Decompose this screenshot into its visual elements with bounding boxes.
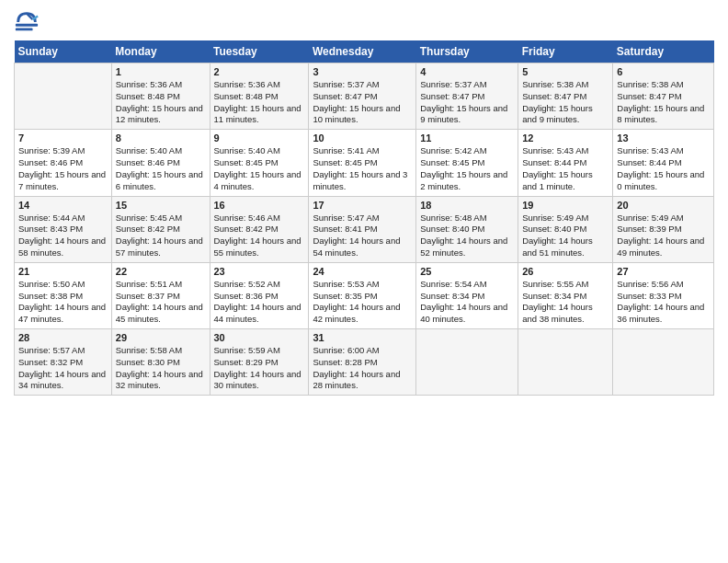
calendar-cell	[518, 329, 613, 396]
calendar-cell: 19Sunrise: 5:49 AMSunset: 8:40 PMDayligh…	[518, 196, 613, 262]
day-number: 7	[18, 132, 108, 144]
cell-content: Sunrise: 5:43 AMSunset: 8:44 PMDaylight:…	[522, 145, 609, 192]
calendar-table: SundayMondayTuesdayWednesdayThursdayFrid…	[14, 40, 714, 396]
day-number: 19	[522, 200, 609, 211]
calendar-cell: 26Sunrise: 5:55 AMSunset: 8:34 PMDayligh…	[518, 262, 613, 328]
calendar-cell: 15Sunrise: 5:45 AMSunset: 8:42 PMDayligh…	[111, 196, 210, 262]
calendar-cell: 14Sunrise: 5:44 AMSunset: 8:43 PMDayligh…	[15, 196, 112, 262]
week-row-3: 14Sunrise: 5:44 AMSunset: 8:43 PMDayligh…	[15, 196, 714, 262]
cell-content: Sunrise: 5:36 AMSunset: 8:48 PMDaylight:…	[214, 79, 305, 126]
logo	[14, 9, 43, 35]
calendar-cell: 17Sunrise: 5:47 AMSunset: 8:41 PMDayligh…	[309, 196, 416, 262]
cell-content: Sunrise: 5:53 AMSunset: 8:35 PMDaylight:…	[313, 279, 412, 326]
calendar-cell	[416, 329, 518, 396]
day-number: 23	[214, 266, 305, 277]
calendar-cell: 12Sunrise: 5:43 AMSunset: 8:44 PMDayligh…	[518, 130, 613, 196]
calendar-cell: 22Sunrise: 5:51 AMSunset: 8:37 PMDayligh…	[111, 262, 210, 328]
calendar-cell: 28Sunrise: 5:57 AMSunset: 8:32 PMDayligh…	[15, 329, 112, 396]
cell-content: Sunrise: 5:43 AMSunset: 8:44 PMDaylight:…	[617, 145, 710, 192]
cell-content: Sunrise: 5:58 AMSunset: 8:30 PMDaylight:…	[116, 345, 206, 392]
cell-content: Sunrise: 5:51 AMSunset: 8:37 PMDaylight:…	[116, 279, 206, 326]
calendar-cell: 10Sunrise: 5:41 AMSunset: 8:45 PMDayligh…	[309, 130, 416, 196]
day-number: 16	[214, 200, 305, 211]
header-row: SundayMondayTuesdayWednesdayThursdayFrid…	[15, 40, 714, 63]
day-number: 21	[18, 266, 108, 277]
day-number: 29	[116, 332, 206, 343]
day-number: 14	[18, 200, 108, 211]
day-header-friday: Friday	[518, 40, 613, 63]
calendar-cell: 23Sunrise: 5:52 AMSunset: 8:36 PMDayligh…	[210, 262, 309, 328]
calendar-cell: 7Sunrise: 5:39 AMSunset: 8:46 PMDaylight…	[15, 130, 112, 196]
cell-content: Sunrise: 5:49 AMSunset: 8:39 PMDaylight:…	[617, 213, 710, 259]
calendar-cell	[613, 329, 714, 396]
day-number: 30	[214, 332, 305, 343]
cell-content: Sunrise: 5:59 AMSunset: 8:29 PMDaylight:…	[214, 345, 305, 392]
calendar-cell: 21Sunrise: 5:50 AMSunset: 8:38 PMDayligh…	[15, 262, 112, 328]
week-row-2: 7Sunrise: 5:39 AMSunset: 8:46 PMDaylight…	[15, 130, 714, 196]
cell-content: Sunrise: 5:38 AMSunset: 8:47 PMDaylight:…	[522, 79, 609, 126]
calendar-cell: 29Sunrise: 5:58 AMSunset: 8:30 PMDayligh…	[111, 329, 210, 396]
day-number: 26	[522, 266, 609, 277]
calendar-cell: 20Sunrise: 5:49 AMSunset: 8:39 PMDayligh…	[613, 196, 714, 262]
day-number: 15	[116, 200, 206, 211]
cell-content: Sunrise: 5:42 AMSunset: 8:45 PMDaylight:…	[420, 145, 514, 192]
calendar-cell: 24Sunrise: 5:53 AMSunset: 8:35 PMDayligh…	[309, 262, 416, 328]
day-number: 27	[617, 266, 710, 277]
cell-content: Sunrise: 5:54 AMSunset: 8:34 PMDaylight:…	[420, 279, 514, 326]
calendar-cell: 8Sunrise: 5:40 AMSunset: 8:46 PMDaylight…	[111, 130, 210, 196]
cell-content: Sunrise: 5:37 AMSunset: 8:47 PMDaylight:…	[313, 79, 412, 126]
day-number: 8	[116, 132, 206, 144]
calendar-cell: 25Sunrise: 5:54 AMSunset: 8:34 PMDayligh…	[416, 262, 518, 328]
cell-content: Sunrise: 5:56 AMSunset: 8:33 PMDaylight:…	[617, 279, 710, 326]
cell-content: Sunrise: 5:55 AMSunset: 8:34 PMDaylight:…	[522, 279, 609, 326]
day-number: 11	[420, 132, 514, 144]
day-number: 4	[420, 66, 514, 77]
week-row-5: 28Sunrise: 5:57 AMSunset: 8:32 PMDayligh…	[15, 329, 714, 396]
day-number: 31	[313, 332, 412, 343]
day-number: 17	[313, 200, 412, 211]
cell-content: Sunrise: 5:49 AMSunset: 8:40 PMDaylight:…	[522, 213, 609, 259]
calendar-cell	[15, 63, 112, 130]
calendar-cell: 18Sunrise: 5:48 AMSunset: 8:40 PMDayligh…	[416, 196, 518, 262]
calendar-cell: 2Sunrise: 5:36 AMSunset: 8:48 PMDaylight…	[210, 63, 309, 130]
page-container: SundayMondayTuesdayWednesdayThursdayFrid…	[0, 0, 728, 405]
calendar-cell: 31Sunrise: 6:00 AMSunset: 8:28 PMDayligh…	[309, 329, 416, 396]
cell-content: Sunrise: 5:45 AMSunset: 8:42 PMDaylight:…	[116, 213, 206, 259]
day-number: 12	[522, 132, 609, 144]
cell-content: Sunrise: 5:57 AMSunset: 8:32 PMDaylight:…	[18, 345, 108, 392]
cell-content: Sunrise: 6:00 AMSunset: 8:28 PMDaylight:…	[313, 345, 412, 392]
week-row-4: 21Sunrise: 5:50 AMSunset: 8:38 PMDayligh…	[15, 262, 714, 328]
day-number: 13	[617, 132, 710, 144]
day-header-sunday: Sunday	[15, 40, 112, 63]
day-number: 18	[420, 200, 514, 211]
calendar-cell: 1Sunrise: 5:36 AMSunset: 8:48 PMDaylight…	[111, 63, 210, 130]
week-row-1: 1Sunrise: 5:36 AMSunset: 8:48 PMDaylight…	[15, 63, 714, 130]
cell-content: Sunrise: 5:38 AMSunset: 8:47 PMDaylight:…	[617, 79, 710, 126]
cell-content: Sunrise: 5:36 AMSunset: 8:48 PMDaylight:…	[116, 79, 206, 126]
day-header-thursday: Thursday	[416, 40, 518, 63]
svg-rect-1	[16, 24, 38, 27]
calendar-cell: 16Sunrise: 5:46 AMSunset: 8:42 PMDayligh…	[210, 196, 309, 262]
cell-content: Sunrise: 5:50 AMSunset: 8:38 PMDaylight:…	[18, 279, 108, 326]
calendar-cell: 9Sunrise: 5:40 AMSunset: 8:45 PMDaylight…	[210, 130, 309, 196]
day-header-monday: Monday	[111, 40, 210, 63]
day-number: 25	[420, 266, 514, 277]
day-number: 24	[313, 266, 412, 277]
day-number: 2	[214, 66, 305, 77]
calendar-cell: 6Sunrise: 5:38 AMSunset: 8:47 PMDaylight…	[613, 63, 714, 130]
day-number: 6	[617, 66, 710, 77]
calendar-cell: 30Sunrise: 5:59 AMSunset: 8:29 PMDayligh…	[210, 329, 309, 396]
cell-content: Sunrise: 5:52 AMSunset: 8:36 PMDaylight:…	[214, 279, 305, 326]
cell-content: Sunrise: 5:41 AMSunset: 8:45 PMDaylight:…	[313, 145, 412, 192]
day-number: 20	[617, 200, 710, 211]
day-header-tuesday: Tuesday	[210, 40, 309, 63]
calendar-cell: 27Sunrise: 5:56 AMSunset: 8:33 PMDayligh…	[613, 262, 714, 328]
cell-content: Sunrise: 5:46 AMSunset: 8:42 PMDaylight:…	[214, 213, 305, 259]
day-number: 22	[116, 266, 206, 277]
calendar-cell: 4Sunrise: 5:37 AMSunset: 8:47 PMDaylight…	[416, 63, 518, 130]
day-number: 3	[313, 66, 412, 77]
cell-content: Sunrise: 5:40 AMSunset: 8:46 PMDaylight:…	[116, 145, 206, 192]
day-number: 5	[522, 66, 609, 77]
calendar-cell: 5Sunrise: 5:38 AMSunset: 8:47 PMDaylight…	[518, 63, 613, 130]
svg-rect-2	[16, 29, 33, 31]
